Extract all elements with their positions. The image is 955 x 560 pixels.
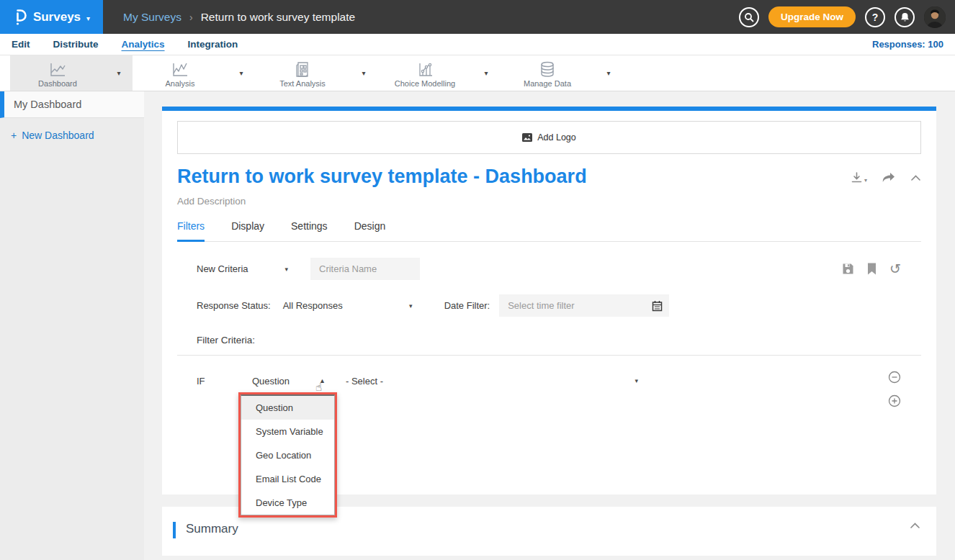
chevron-down-icon: ▾ <box>409 302 413 310</box>
upgrade-now-button[interactable]: Upgrade Now <box>768 6 856 27</box>
calendar-icon[interactable] <box>652 300 663 312</box>
field-type-dropdown: Question System Variable Geo Location Em… <box>238 392 337 518</box>
title-actions: ▾ <box>851 166 921 184</box>
tool-label: Analysis <box>166 79 195 88</box>
chevron-down-icon[interactable]: ▾ <box>350 55 377 91</box>
topbar: Surveys ▾ My Surveys › Return to work su… <box>0 0 955 34</box>
download-button[interactable]: ▾ <box>851 171 867 184</box>
question-select[interactable]: - Select - ▾ <box>346 376 638 387</box>
product-switcher[interactable]: Surveys ▾ <box>0 0 103 34</box>
collapse-header-button[interactable] <box>910 174 921 181</box>
response-status-value: All Responses <box>283 300 343 311</box>
chevron-down-icon: ▾ <box>864 177 867 184</box>
questionpro-logo-icon <box>13 8 27 27</box>
section-accent-bar <box>173 522 176 538</box>
scatter-chart-icon <box>416 62 434 78</box>
new-dashboard-button[interactable]: + New Dashboard <box>0 118 144 141</box>
collapse-summary-button[interactable] <box>910 522 920 529</box>
criteria-select[interactable]: New Criteria ▾ <box>197 263 288 274</box>
breadcrumb-current: Return to work survey template <box>201 11 356 24</box>
tab-display[interactable]: Display <box>231 220 264 242</box>
tool-label: Text Analysis <box>279 79 326 88</box>
chevron-down-icon[interactable]: ▾ <box>105 55 133 91</box>
dropdown-item-geo-location[interactable]: Geo Location <box>241 443 334 467</box>
sidebar-item-my-dashboard[interactable]: My Dashboard <box>0 91 144 118</box>
cursor-icon: ☝ <box>315 381 322 394</box>
divider <box>177 355 921 356</box>
dashboard-settings-card: Add Logo Return to work survey template … <box>162 107 936 494</box>
field-type-select[interactable]: Question ▲ ☝ <box>252 376 326 387</box>
tool-manage-data[interactable]: Manage Data <box>500 55 595 91</box>
line-chart-icon <box>171 62 189 78</box>
dropdown-item-system-variable[interactable]: System Variable <box>241 420 334 443</box>
sidebar-item-label: My Dashboard <box>14 99 81 110</box>
breadcrumb: My Surveys › Return to work survey templ… <box>123 11 355 24</box>
dropdown-item-question[interactable]: Question <box>241 396 334 420</box>
criteria-actions: ↺ <box>842 263 901 275</box>
image-icon <box>522 133 532 142</box>
breadcrumb-separator: › <box>189 12 193 23</box>
tool-label: Dashboard <box>38 79 77 88</box>
criteria-select-value: New Criteria <box>197 263 248 274</box>
tab-design[interactable]: Design <box>354 220 386 242</box>
document-grid-icon <box>294 61 311 78</box>
tool-choice-modelling[interactable]: Choice Modelling <box>377 55 472 91</box>
chevron-down-icon: ▾ <box>86 14 90 22</box>
criteria-row-actions <box>888 371 901 407</box>
chevron-down-icon: ▾ <box>284 266 288 273</box>
tool-label: Choice Modelling <box>395 79 455 88</box>
date-filter-field <box>499 294 669 317</box>
tool-group-analysis: Analysis ▾ <box>133 55 255 91</box>
chevron-down-icon[interactable]: ▾ <box>595 55 622 91</box>
dashboard-sidebar: My Dashboard + New Dashboard <box>0 91 144 560</box>
notifications-button[interactable] <box>895 7 915 27</box>
summary-title: Summary <box>186 522 238 536</box>
question-mark-icon: ? <box>872 12 879 23</box>
avatar[interactable] <box>924 6 946 28</box>
menu-analytics[interactable]: Analytics <box>122 39 165 50</box>
menu-edit[interactable]: Edit <box>12 39 30 50</box>
topbar-actions: Upgrade Now ? <box>739 6 955 28</box>
question-select-value: - Select - <box>346 376 383 387</box>
add-description-button[interactable]: Add Description <box>177 196 921 207</box>
date-filter-input[interactable] <box>499 294 652 317</box>
reset-button[interactable]: ↺ <box>889 263 901 275</box>
breadcrumb-my-surveys[interactable]: My Surveys <box>123 11 181 24</box>
criteria-name-input[interactable] <box>310 258 420 280</box>
menu-integration[interactable]: Integration <box>188 39 238 50</box>
filter-criteria-label: Filter Criteria: <box>197 335 921 346</box>
tool-analysis[interactable]: Analysis <box>133 55 228 91</box>
add-criteria-button[interactable] <box>888 394 901 407</box>
chevron-down-icon: ▾ <box>635 377 638 384</box>
line-chart-icon <box>48 62 67 78</box>
new-dashboard-label: New Dashboard <box>22 130 94 141</box>
tool-dashboard[interactable]: Dashboard <box>10 55 105 91</box>
add-logo-label: Add Logo <box>537 132 576 143</box>
share-button[interactable] <box>882 172 896 184</box>
tool-group-choice-modelling: Choice Modelling ▾ <box>377 55 500 91</box>
menu-distribute[interactable]: Distribute <box>53 39 99 50</box>
product-label: Surveys <box>33 10 81 24</box>
help-button[interactable]: ? <box>865 7 885 27</box>
dashboard-content: Add Logo Return to work survey template … <box>144 91 955 560</box>
workspace: My Dashboard + New Dashboard Add Logo <box>0 91 955 560</box>
save-button[interactable] <box>842 263 854 275</box>
database-icon <box>539 61 556 78</box>
responses-count[interactable]: Responses: 100 <box>872 39 943 50</box>
dropdown-item-email-list-code[interactable]: Email List Code <box>241 467 334 491</box>
bookmark-button[interactable] <box>867 263 876 275</box>
date-filter-label: Date Filter: <box>444 300 490 311</box>
page-title[interactable]: Return to work survey template - Dashboa… <box>177 166 587 188</box>
remove-criteria-button[interactable] <box>888 371 901 384</box>
chevron-down-icon[interactable]: ▾ <box>228 55 255 91</box>
response-status-select[interactable]: All Responses ▾ <box>283 300 413 311</box>
tool-text-analysis[interactable]: Text Analysis <box>255 55 350 91</box>
search-button[interactable] <box>739 7 759 27</box>
tab-settings[interactable]: Settings <box>291 220 328 242</box>
tool-group-dashboard: Dashboard ▾ <box>10 55 133 91</box>
if-label: IF <box>197 376 252 387</box>
add-logo-button[interactable]: Add Logo <box>177 121 921 154</box>
tab-filters[interactable]: Filters <box>177 220 205 242</box>
chevron-down-icon[interactable]: ▾ <box>472 55 500 91</box>
dropdown-item-device-type[interactable]: Device Type <box>241 491 334 515</box>
